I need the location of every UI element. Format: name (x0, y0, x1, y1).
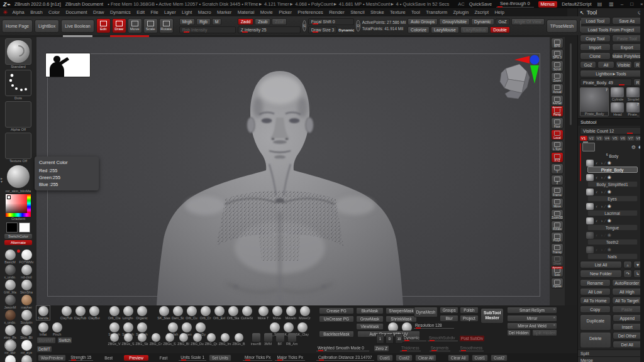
uv-icon[interactable]: ◑ (600, 219, 602, 223)
visibility-eye-icon[interactable]: ◉ (608, 160, 611, 165)
brush-slot[interactable]: MoveCr (298, 306, 311, 320)
dynamesh-option[interactable]: Polish (460, 307, 479, 314)
subtool-master-button[interactable]: SubToolMaster (480, 308, 504, 324)
subtool-item[interactable]: ◐ ◑ ⁄ ◉ Body_Simplified1 (582, 173, 642, 187)
visible-count-slider[interactable]: Visible Count 12 (580, 127, 642, 134)
right-shelf-button[interactable]: dynamic Persp (551, 106, 564, 117)
insert-button[interactable]: Insert (613, 323, 643, 331)
tool-thumbnail[interactable]: SimpleI (626, 87, 640, 102)
live-boolean-button[interactable]: Live Boolean (61, 19, 94, 33)
subtool-item[interactable]: ◐ ◑ ⁄ ◉ Nails (582, 246, 642, 260)
switch-button[interactable]: Switch (57, 337, 73, 344)
mask-button[interactable]: BlurMask (356, 307, 384, 314)
tpose-button[interactable]: TPoseMesh (547, 19, 577, 33)
switch-color-button[interactable]: SwitchColor (4, 234, 32, 239)
visibility-eye-icon[interactable]: ◉ (608, 247, 611, 252)
crease-button[interactable]: UnCrease PG (319, 315, 354, 322)
tray-collapse-arrows[interactable]: ▸▾ (1, 177, 4, 184)
polypaint-icon[interactable]: ◐ (596, 233, 598, 238)
status-control[interactable]: Cust2 (396, 354, 413, 361)
insert-brush-slot[interactable]: 3MM (262, 333, 274, 346)
menu-item[interactable]: Stroke (368, 9, 387, 15)
status-control[interactable]: Strength 15 (69, 355, 93, 361)
axis-gizmo[interactable] (513, 55, 543, 85)
status-control[interactable]: Clear All (448, 354, 469, 361)
tool-button[interactable]: Visible (616, 61, 632, 69)
move-to-folder-icon[interactable]: ↷ (623, 270, 632, 278)
default-zscript-button[interactable]: DefaultZScript (562, 1, 592, 7)
visibility-eye-icon[interactable]: ◉ (608, 218, 611, 223)
menu-item[interactable]: Light (179, 9, 195, 15)
subtool-action-button[interactable]: Paste (612, 305, 643, 313)
insert-brush-slot[interactable]: BF (274, 333, 286, 346)
subtool-view-tab[interactable]: V7 (627, 136, 635, 141)
lightbox-button[interactable]: LightBox (35, 19, 59, 33)
menus-toggle[interactable]: Menus (538, 1, 558, 8)
material-swatch[interactable]: JasonM (3, 295, 18, 309)
brush-slot[interactable]: SK_Slas (157, 306, 170, 320)
current-texture[interactable]: Texture Off (5, 133, 31, 163)
active-tool-thumbnail[interactable]: 7 Pirate_Body (580, 87, 609, 116)
tool-button[interactable]: GoZ (580, 61, 596, 69)
menu-item[interactable]: Brush (28, 9, 45, 15)
current-material[interactable]: mr_skin_blinMa (5, 164, 31, 193)
brush-slot[interactable]: ZBG_Qt (204, 333, 218, 346)
brush-slot[interactable]: ZBG_Cr (149, 333, 162, 346)
subtool-view-tab[interactable]: V4 (604, 136, 611, 141)
polypaint-icon[interactable]: ◐ (596, 204, 598, 209)
material-swatch[interactable]: FOTWMv (19, 250, 34, 264)
tool-button[interactable]: Import (580, 43, 611, 51)
menu-item[interactable]: Color (46, 9, 62, 15)
subtool-action-button[interactable]: All To Home (580, 297, 611, 304)
mode-button[interactable]: Scale (143, 18, 158, 33)
subtool-thumbnail[interactable] (586, 203, 594, 210)
backface-mask-button[interactable]: BackfaceMask (319, 331, 354, 337)
see-through-slider[interactable]: See-through 0 (496, 1, 534, 8)
tool-button[interactable]: Make PolyMesh3D (612, 52, 643, 60)
brush-icon[interactable]: ⁄ (604, 248, 605, 252)
smooth-subdiv-slider[interactable]: SmoothSubdiv (428, 336, 458, 341)
right-shelf-button[interactable]: dynamic Solo (551, 266, 564, 277)
paint-mode-button[interactable]: Rgb (196, 18, 210, 25)
status-control[interactable]: WaxPreview (38, 354, 66, 361)
sym-button[interactable]: Smart ReSym (507, 307, 557, 314)
brush-icon[interactable]: ⁄ (604, 161, 605, 165)
dynamesh-option[interactable]: Project (460, 315, 479, 322)
folder-gear-icon[interactable]: ⚙ (631, 145, 636, 150)
del-other-button[interactable]: Del Other (613, 332, 643, 339)
dynamic-label[interactable]: Dynamic (338, 28, 354, 32)
right-shelf-button[interactable]: Scroll (551, 60, 564, 71)
right-shelf-button[interactable]: Floor (551, 118, 564, 128)
brush-slot[interactable]: Orb_Sla (226, 306, 240, 320)
layout-icon[interactable]: ▥ (608, 1, 615, 7)
brush-slot[interactable]: Organic (135, 306, 148, 320)
status-control[interactable]: Cust1 (472, 354, 489, 361)
folder-icon[interactable] (582, 143, 595, 151)
dynamic-slider[interactable]: Dynamic (402, 336, 426, 341)
dynamesh-option[interactable]: Blur (440, 315, 458, 322)
subtool-name[interactable]: Body_Simplified1 (587, 181, 638, 187)
uv-icon[interactable]: ◑ (600, 248, 602, 252)
split-hidden-button[interactable]: Split Hidden (532, 329, 557, 336)
delete-button[interactable]: Delete (580, 332, 611, 348)
crease-button[interactable]: Crease PG (319, 307, 354, 314)
menu-item[interactable]: Macro (196, 9, 214, 15)
material-swatch[interactable]: x_undo. (3, 310, 18, 324)
canvas-scrollbar[interactable] (570, 43, 572, 125)
menu-item[interactable]: Marker (214, 9, 235, 15)
status-control[interactable]: Major Ticks Px (275, 355, 305, 361)
menu-item[interactable]: Help (492, 9, 507, 15)
home-page-button[interactable]: Home Page (2, 19, 33, 33)
status-control[interactable]: Calibration Distance 23.14707 (316, 355, 374, 361)
menu-item[interactable]: Transform (423, 9, 450, 15)
menu-item[interactable]: Dynamics (108, 9, 133, 15)
paint-mode-button[interactable]: Mrgb (179, 18, 196, 25)
subtool-name[interactable]: Nails (587, 253, 638, 260)
brush-slot[interactable]: ZBGs_B (232, 333, 245, 346)
material-swatch[interactable]: mr_skir (3, 340, 18, 354)
dim-slider[interactable]: Thickness (400, 346, 421, 351)
status-control[interactable]: Cust1 (377, 354, 394, 361)
tool-thumbnail[interactable]: Head (611, 102, 625, 117)
menu-item[interactable]: Preferences (295, 9, 326, 15)
material-swatch[interactable]: mr_eye (19, 340, 34, 354)
